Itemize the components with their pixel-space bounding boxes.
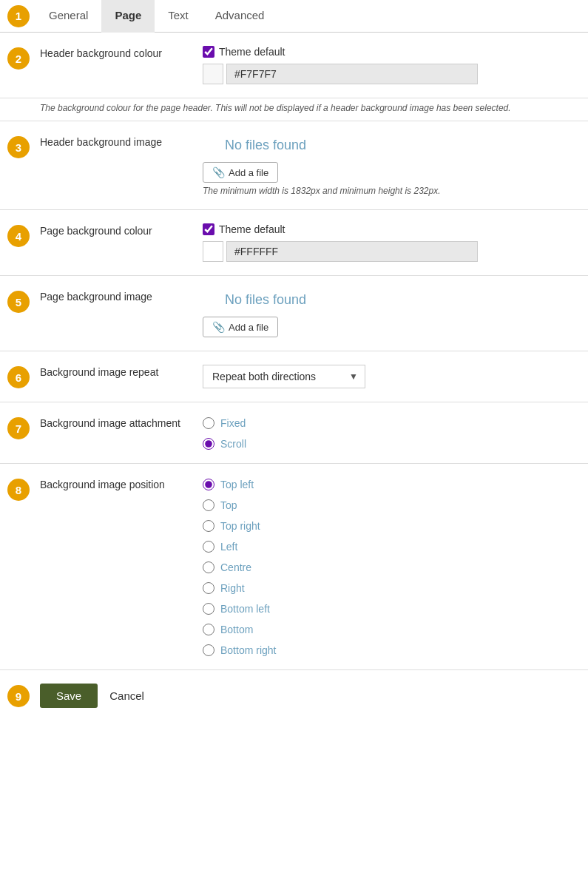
header-bg-theme-default-label: Theme default — [219, 46, 285, 58]
radio-top-left[interactable] — [203, 479, 214, 490]
radio-item-left: Left — [203, 541, 581, 553]
bg-repeat-select[interactable]: No repeat Repeat horizontally Repeat ver… — [203, 365, 365, 388]
section-number-4: 4 — [7, 225, 30, 247]
section-page-bg-colour: 4 Page background colour Theme default — [0, 210, 588, 276]
section-number-8: 8 — [7, 479, 30, 501]
bg-attachment-radio-group: Fixed Scroll — [203, 417, 581, 450]
radio-item-top: Top — [203, 499, 581, 511]
header-bg-colour-content: Theme default — [203, 46, 581, 84]
radio-item-top-left: Top left — [203, 479, 581, 490]
section-number-7: 7 — [7, 417, 30, 439]
tab-page[interactable]: Page — [101, 0, 155, 33]
radio-right[interactable] — [203, 582, 214, 594]
radio-fixed[interactable] — [203, 417, 214, 429]
header-add-file-button[interactable]: 📎 Add a file — [203, 162, 278, 183]
radio-item-top-right: Top right — [203, 520, 581, 532]
page-bg-image-content: No files found 📎 Add a file — [203, 289, 581, 337]
header-bg-colour-label: Header background colour — [40, 46, 203, 59]
radio-left-label: Left — [220, 541, 237, 553]
section-footer: 9 Save Cancel — [0, 670, 588, 721]
radio-item-bottom: Bottom — [203, 624, 581, 635]
cancel-button[interactable]: Cancel — [107, 684, 147, 708]
header-bg-color-input[interactable] — [226, 64, 478, 84]
radio-bottom-left[interactable] — [203, 603, 214, 615]
header-add-file-label: Add a file — [229, 167, 268, 178]
bg-attachment-content: Fixed Scroll — [203, 416, 581, 450]
footer-actions: Save Cancel — [40, 684, 581, 708]
tab-general[interactable]: General — [36, 0, 101, 33]
radio-left[interactable] — [203, 541, 214, 553]
header-bg-image-content: No files found 📎 Add a file The minimum … — [203, 135, 581, 196]
paperclip-icon: 📎 — [212, 166, 225, 178]
page-bg-color-input[interactable] — [226, 241, 478, 262]
radio-item-scroll: Scroll — [203, 438, 581, 450]
page-no-files-text: No files found — [203, 289, 581, 314]
bg-position-label: Background image position — [40, 477, 203, 490]
section-header-bg-image: 3 Header background image No files found… — [0, 121, 588, 210]
radio-top[interactable] — [203, 499, 214, 511]
tabs-bar: 1 General Page Text Advanced — [0, 0, 588, 33]
radio-right-label: Right — [220, 582, 245, 594]
radio-top-left-label: Top left — [220, 479, 254, 490]
tab-number-1: 1 — [7, 5, 30, 27]
bg-position-content: Top left Top Top right Left Centre Right — [203, 477, 581, 656]
page-bg-theme-default-label: Theme default — [219, 223, 285, 235]
section-number-9: 9 — [7, 685, 30, 707]
radio-item-bottom-left: Bottom left — [203, 603, 581, 615]
radio-item-centre: Centre — [203, 561, 581, 573]
tab-text[interactable]: Text — [155, 0, 202, 33]
header-bg-image-label: Header background image — [40, 135, 203, 148]
section-page-bg-image: 5 Page background image No files found 📎… — [0, 276, 588, 351]
section-number-6: 6 — [7, 366, 30, 388]
bg-repeat-label: Background image repeat — [40, 365, 203, 378]
page-add-file-button[interactable]: 📎 Add a file — [203, 317, 278, 337]
paperclip-icon-2: 📎 — [212, 321, 225, 333]
bg-position-radio-group: Top left Top Top right Left Centre Right — [203, 479, 581, 656]
section-bg-attachment: 7 Background image attachment Fixed Scro… — [0, 402, 588, 464]
bg-repeat-content: No repeat Repeat horizontally Repeat ver… — [203, 365, 581, 388]
radio-top-right[interactable] — [203, 520, 214, 532]
page-bg-theme-default-checkbox[interactable] — [203, 223, 214, 235]
radio-scroll-label: Scroll — [220, 438, 246, 450]
section-bg-position: 8 Background image position Top left Top… — [0, 464, 588, 670]
radio-bottom[interactable] — [203, 624, 214, 635]
section-number-5: 5 — [7, 291, 30, 313]
radio-scroll[interactable] — [203, 438, 214, 450]
radio-top-label: Top — [220, 499, 237, 511]
tab-advanced[interactable]: Advanced — [202, 0, 278, 33]
page-bg-color-swatch[interactable] — [203, 241, 223, 262]
header-image-hint: The minimum width is 1832px and minimum … — [203, 186, 581, 196]
page-bg-colour-label: Page background colour — [40, 223, 203, 237]
radio-bottom-right-label: Bottom right — [220, 644, 276, 656]
header-bg-hint: The background colour for the page heade… — [0, 98, 588, 121]
radio-bottom-left-label: Bottom left — [220, 603, 270, 615]
radio-item-right: Right — [203, 582, 581, 594]
radio-centre-label: Centre — [220, 561, 251, 573]
bg-attachment-label: Background image attachment — [40, 416, 203, 429]
section-number-2: 2 — [7, 47, 30, 70]
section-number-3: 3 — [7, 136, 30, 158]
radio-top-right-label: Top right — [220, 520, 260, 532]
section-bg-repeat: 6 Background image repeat No repeat Repe… — [0, 351, 588, 402]
header-bg-color-swatch[interactable] — [203, 64, 223, 84]
radio-bottom-right[interactable] — [203, 644, 214, 656]
radio-item-fixed: Fixed — [203, 417, 581, 429]
radio-bottom-label: Bottom — [220, 624, 253, 635]
radio-centre[interactable] — [203, 561, 214, 573]
page-bg-colour-content: Theme default — [203, 223, 581, 262]
header-no-files-text: No files found — [203, 135, 581, 159]
save-button[interactable]: Save — [40, 684, 98, 708]
radio-item-bottom-right: Bottom right — [203, 644, 581, 656]
bg-repeat-dropdown-wrapper: No repeat Repeat horizontally Repeat ver… — [203, 365, 365, 388]
page-bg-image-label: Page background image — [40, 289, 203, 303]
radio-fixed-label: Fixed — [220, 417, 246, 429]
header-bg-theme-default-checkbox[interactable] — [203, 46, 214, 58]
page-add-file-label: Add a file — [229, 322, 268, 333]
section-header-bg-colour: 2 Header background colour Theme default — [0, 33, 588, 98]
